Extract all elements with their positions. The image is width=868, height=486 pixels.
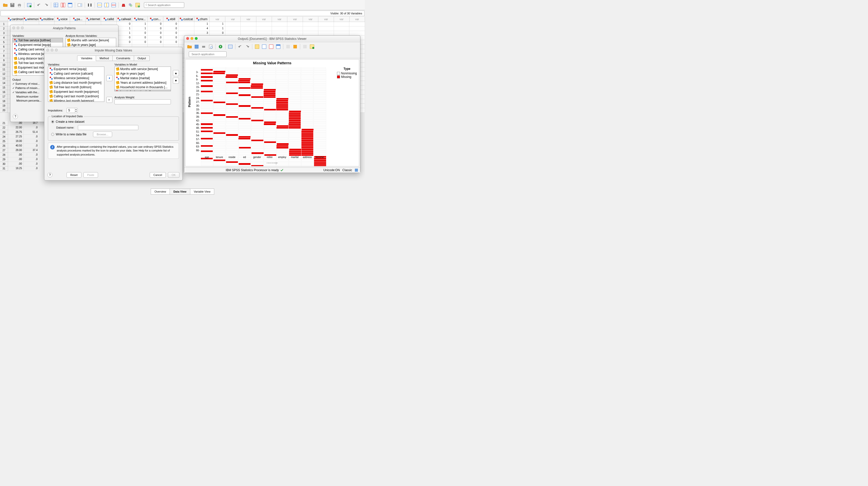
data-cell[interactable] [256, 27, 272, 31]
list-item[interactable]: Wireless service [wireless] [48, 76, 104, 81]
insert-var-icon[interactable] [103, 2, 110, 8]
data-cell[interactable] [303, 31, 318, 35]
row-number[interactable]: 7 [0, 49, 8, 54]
list-item[interactable]: Wireless last month [wiremon] [48, 98, 104, 102]
column-header[interactable]: callid [101, 17, 117, 22]
empty-column[interactable]: var [287, 17, 303, 22]
empty-column[interactable]: var [272, 17, 287, 22]
data-cell[interactable] [334, 31, 349, 35]
data-cell[interactable] [318, 31, 334, 35]
data-cell[interactable]: 3 [194, 31, 210, 35]
tab-constraints[interactable]: Constraints [113, 56, 134, 61]
data-cell[interactable]: 1 [132, 22, 148, 27]
viewer-search[interactable] [189, 52, 226, 57]
data-cell[interactable] [272, 27, 287, 31]
data-cell[interactable] [225, 31, 241, 35]
spin-down[interactable]: ▼ [74, 111, 78, 113]
move-right-button[interactable] [106, 75, 113, 81]
empty-column[interactable]: var [256, 17, 272, 22]
row-number[interactable]: 27 [0, 148, 8, 153]
row-number[interactable]: 31 [0, 166, 8, 171]
data-cell[interactable] [179, 22, 194, 27]
row-number[interactable]: 4 [0, 35, 8, 40]
imputations-spinner[interactable]: ▲▼ [66, 108, 78, 113]
data-cell[interactable]: 40.50 [8, 144, 24, 148]
row-number[interactable]: 17 [0, 94, 8, 99]
goto-var-icon[interactable] [268, 43, 275, 50]
list-item[interactable]: Age in years [age] [66, 42, 116, 47]
data-cell[interactable] [334, 22, 349, 27]
data-cell[interactable] [256, 22, 272, 27]
undo-icon[interactable] [36, 2, 42, 8]
move-down-button[interactable]: ▼ [173, 78, 179, 84]
goto-data-icon[interactable] [254, 43, 260, 50]
data-cell[interactable] [225, 27, 241, 31]
data-cell[interactable] [349, 31, 365, 35]
associate-icon[interactable] [302, 43, 308, 50]
data-cell[interactable]: 0 [148, 31, 163, 35]
empty-column[interactable]: var [318, 17, 334, 22]
goto-var-icon[interactable] [60, 2, 66, 8]
data-cell[interactable]: 1 [117, 31, 132, 35]
row-number[interactable]: 3 [0, 31, 8, 35]
help-button[interactable]: ? [13, 114, 18, 119]
data-cell[interactable]: 18.7 [24, 121, 39, 125]
column-header[interactable]: churn [194, 17, 210, 22]
value-labels-icon[interactable]: + [134, 2, 141, 8]
column-header[interactable]: ebill [163, 17, 179, 22]
available-variables-list[interactable]: Equipment rental [equip]Calling card ser… [48, 66, 104, 102]
export-icon[interactable] [217, 43, 224, 50]
list-item[interactable]: Toll free last month [tollmon] [48, 85, 104, 90]
data-cell[interactable] [334, 27, 349, 31]
analysis-weight-input[interactable] [115, 99, 171, 104]
run-descriptive-icon[interactable] [76, 2, 83, 8]
print-icon[interactable] [16, 2, 23, 8]
row-number[interactable]: 30 [0, 162, 8, 166]
close-icon[interactable] [186, 37, 189, 40]
list-item[interactable]: Level of education [ed] [115, 90, 170, 91]
create-dataset-radio[interactable]: Create a new dataset [51, 119, 176, 124]
data-cell[interactable] [318, 27, 334, 31]
column-header[interactable]: forw... [132, 17, 148, 22]
data-cell[interactable]: 22.00 [8, 125, 24, 130]
data-cell[interactable] [272, 22, 287, 27]
data-cell[interactable]: 0 [163, 31, 179, 35]
data-cell[interactable] [318, 22, 334, 27]
list-item[interactable]: Long distance last month [longmon] [48, 81, 104, 85]
row-number[interactable]: 21 [0, 121, 8, 125]
row-number[interactable]: 14 [0, 81, 8, 86]
recall-dialog-icon[interactable] [26, 2, 32, 8]
reset-button[interactable]: Reset [66, 172, 82, 178]
row-number[interactable]: 9 [0, 58, 8, 63]
data-cell[interactable]: 0 [117, 35, 132, 40]
row-number[interactable]: 23 [0, 130, 8, 134]
data-cell[interactable]: 0 [163, 27, 179, 31]
row-number[interactable]: 5 [0, 40, 8, 44]
move-up-button[interactable]: ▲ [173, 70, 179, 76]
column-header[interactable]: internet [86, 17, 101, 22]
data-cell[interactable]: 18.25 [8, 166, 24, 171]
spin-up[interactable]: ▲ [74, 109, 78, 111]
data-cell[interactable] [349, 22, 365, 27]
insert-case-icon[interactable] [96, 2, 103, 8]
save-icon[interactable] [9, 2, 16, 8]
data-cell[interactable]: 37.4 [24, 148, 39, 153]
data-cell[interactable] [225, 22, 241, 27]
variables-icon[interactable] [67, 2, 73, 8]
data-cell[interactable] [287, 27, 303, 31]
recall-dialog-icon[interactable] [227, 43, 234, 50]
row-number[interactable]: 15 [0, 86, 8, 90]
data-cell[interactable]: 1 [210, 27, 225, 31]
empty-column[interactable]: var [210, 17, 225, 22]
row-number[interactable]: 2 [0, 27, 8, 31]
row-number[interactable]: 20 [0, 108, 8, 113]
browse-button[interactable]: Browse... [93, 131, 112, 137]
row-number[interactable]: 6 [0, 44, 8, 49]
zoom-icon[interactable] [195, 37, 197, 40]
data-cell[interactable] [179, 31, 194, 35]
empty-column[interactable]: var [349, 17, 365, 22]
list-item[interactable]: Household income in thousands [... [115, 85, 170, 90]
row-number[interactable]: 10 [0, 63, 8, 67]
list-item[interactable]: Years at current address [address] [115, 81, 170, 85]
preview-icon[interactable] [208, 43, 214, 50]
